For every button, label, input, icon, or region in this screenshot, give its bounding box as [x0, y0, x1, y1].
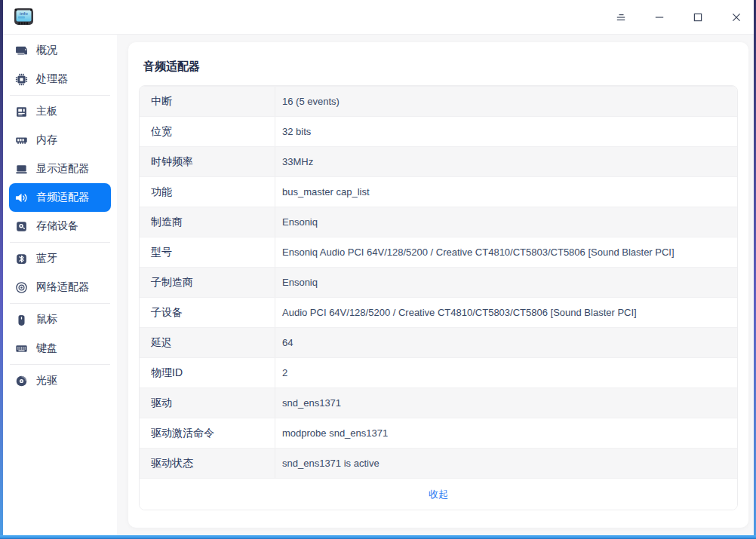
- minimize-icon[interactable]: [653, 11, 666, 24]
- sidebar-item-label: 显示适配器: [36, 162, 89, 176]
- table-row: 子制造商 Ensoniq: [140, 267, 737, 297]
- property-value: Audio PCI 64V/128/5200 / Creative CT4810…: [275, 298, 737, 327]
- table-row: 驱动状态 snd_ens1371 is active: [140, 448, 737, 478]
- main-panel: 音频适配器 中断 16 (5 events) 位宽 32 bits 时钟频率: [117, 35, 754, 535]
- menu-icon[interactable]: [614, 11, 628, 24]
- sidebar-item-label: 蓝牙: [36, 252, 57, 265]
- table-rows: 中断 16 (5 events) 位宽 32 bits 时钟频率 33MHz 功…: [140, 86, 737, 478]
- sidebar-item-label: 鼠标: [36, 313, 57, 326]
- collapse-link[interactable]: 收起: [429, 488, 448, 501]
- titlebar-controls: [614, 11, 743, 24]
- window-body: 概况 处理器 主板 内存 显示适配器 音频适配器: [3, 35, 754, 535]
- property-label: 时钟频率: [140, 147, 275, 176]
- device-info-table: 中断 16 (5 events) 位宽 32 bits 时钟频率 33MHz 功…: [139, 85, 738, 510]
- keyboard-icon: [15, 342, 28, 355]
- sidebar-item-motherboard[interactable]: 主板: [9, 97, 111, 126]
- device-info-card: 音频适配器 中断 16 (5 events) 位宽 32 bits 时钟频率: [128, 42, 748, 528]
- table-row: 中断 16 (5 events): [140, 86, 737, 116]
- motherboard-icon: [15, 106, 28, 118]
- property-value: snd_ens1371: [275, 388, 737, 418]
- sidebar-item-keyboard[interactable]: 键盘: [9, 334, 111, 363]
- sidebar-item-optical[interactable]: 光驱: [9, 366, 111, 395]
- maximize-icon[interactable]: [691, 11, 705, 24]
- property-value: snd_ens1371 is active: [275, 449, 737, 478]
- sidebar-item-label: 键盘: [36, 341, 57, 355]
- property-label: 子设备: [140, 298, 275, 327]
- sidebar: 概况 处理器 主板 内存 显示适配器 音频适配器: [3, 35, 117, 535]
- sidebar-divider: [10, 303, 110, 304]
- sidebar-item-label: 光驱: [36, 374, 57, 387]
- property-value: 16 (5 events): [275, 87, 737, 116]
- property-label: 物理ID: [140, 358, 275, 387]
- property-label: 延迟: [140, 328, 275, 357]
- sidebar-item-cpu[interactable]: 处理器: [9, 65, 111, 93]
- table-footer: 收起: [140, 478, 737, 510]
- property-value: 33MHz: [275, 147, 737, 176]
- svg-text:info: info: [20, 11, 28, 16]
- sidebar-item-label: 网络适配器: [36, 280, 89, 294]
- property-label: 驱动激活命令: [140, 418, 275, 448]
- mouse-icon: [15, 314, 28, 326]
- sidebar-divider: [10, 364, 110, 365]
- table-row: 时钟频率 33MHz: [140, 146, 737, 176]
- property-value: modprobe snd_ens1371: [275, 418, 737, 448]
- sidebar-divider: [10, 242, 110, 243]
- sidebar-item-mouse[interactable]: 鼠标: [9, 305, 111, 334]
- overview-icon: [15, 44, 28, 57]
- page-title: 音频适配器: [128, 42, 748, 85]
- table-row: 位宽 32 bits: [140, 116, 737, 146]
- optical-icon: [15, 375, 28, 387]
- property-value: 32 bits: [275, 117, 737, 146]
- table-row: 制造商 Ensoniq: [140, 207, 737, 237]
- sidebar-item-memory[interactable]: 内存: [9, 126, 111, 155]
- sidebar-item-label: 概况: [36, 44, 57, 57]
- sidebar-item-label: 处理器: [36, 72, 68, 86]
- property-label: 中断: [140, 87, 275, 116]
- table-row: 子设备 Audio PCI 64V/128/5200 / Creative CT…: [140, 297, 737, 327]
- titlebar: info: [3, 0, 754, 35]
- property-label: 制造商: [140, 207, 275, 237]
- close-icon[interactable]: [730, 11, 743, 24]
- property-value: bus_master cap_list: [275, 177, 737, 207]
- cpu-icon: [15, 73, 28, 86]
- property-label: 驱动状态: [140, 449, 275, 478]
- property-label: 功能: [140, 177, 275, 207]
- table-row: 物理ID 2: [140, 357, 737, 387]
- property-value: Ensoniq: [275, 207, 737, 237]
- sidebar-item-audio[interactable]: 音频适配器: [9, 183, 111, 212]
- hardware-info-window: info 概况 处理器: [3, 0, 754, 535]
- sidebar-item-display[interactable]: 显示适配器: [9, 155, 111, 183]
- wallpaper-edge-bottom: [0, 535, 756, 539]
- property-value: 2: [275, 358, 737, 387]
- property-label: 子制造商: [140, 268, 275, 297]
- property-value: 64: [275, 328, 737, 357]
- network-icon: [15, 281, 28, 294]
- property-value: Ensoniq: [275, 268, 737, 297]
- app-icon: info: [14, 7, 34, 27]
- sidebar-item-label: 主板: [36, 105, 57, 118]
- property-label: 驱动: [140, 388, 275, 418]
- audio-icon: [15, 191, 28, 204]
- bluetooth-icon: [15, 253, 28, 265]
- property-label: 型号: [140, 237, 275, 267]
- sidebar-item-network[interactable]: 网络适配器: [9, 273, 111, 302]
- table-row: 型号 Ensoniq Audio PCI 64V/128/5200 / Crea…: [140, 237, 737, 267]
- sidebar-item-label: 内存: [36, 133, 57, 147]
- sidebar-divider: [10, 95, 110, 96]
- sidebar-item-bluetooth[interactable]: 蓝牙: [9, 244, 111, 273]
- table-row: 驱动 snd_ens1371: [140, 387, 737, 418]
- table-row: 驱动激活命令 modprobe snd_ens1371: [140, 418, 737, 448]
- table-row: 延迟 64: [140, 327, 737, 357]
- table-row: 功能 bus_master cap_list: [140, 176, 737, 207]
- display-icon: [15, 163, 28, 176]
- storage-icon: [15, 220, 28, 233]
- sidebar-item-label: 音频适配器: [36, 191, 89, 204]
- memory-icon: [15, 134, 28, 147]
- property-label: 位宽: [140, 117, 275, 146]
- property-value: Ensoniq Audio PCI 64V/128/5200 / Creativ…: [275, 237, 737, 267]
- sidebar-item-label: 存储设备: [36, 219, 78, 233]
- sidebar-item-storage[interactable]: 存储设备: [9, 212, 111, 240]
- sidebar-item-overview[interactable]: 概况: [9, 36, 111, 65]
